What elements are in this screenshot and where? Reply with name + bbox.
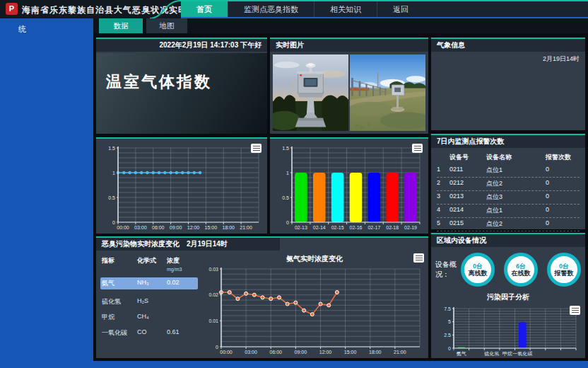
svg-text:一氧化碳: 一氧化碳 [512,351,532,357]
tab-data[interactable]: 数据 [99,18,143,33]
odor-panel-time: 2月19日14时 [187,238,228,251]
nav-item-knowledge[interactable]: 相关知识 [314,1,377,17]
site-photo-left [273,54,348,131]
alarm-count-badge: 0台 报警数 [547,253,581,287]
svg-text:02-15: 02-15 [331,225,344,230]
site-photo-right [350,54,425,131]
nh3-line-chart[interactable]: 00.010.020.0300:0003:0006:0009:0012:0015… [202,264,425,356]
svg-text:21:00: 21:00 [394,350,406,355]
svg-text:02-18: 02-18 [386,225,399,230]
nav-item-back[interactable]: 返回 [377,1,424,17]
svg-text:00:00: 00:00 [117,225,129,230]
svg-text:7.5: 7.5 [444,306,451,311]
app-logo-icon: P [6,3,18,15]
alarm-table: 设备号 设备名称 报警次数 10211 点位10 20212 点位20 3021… [431,148,585,245]
datetime-text: 2022年2月19日 14:17:03 下午好 [96,39,267,52]
nh3-chart-title: 氨气实时浓度变化 [201,254,428,264]
svg-text:02-16: 02-16 [350,225,363,230]
svg-text:03:00: 03:00 [134,225,147,230]
svg-text:1.5: 1.5 [108,146,115,151]
svg-text:21:00: 21:00 [240,225,252,230]
weather-time: 2月19日14时 [431,52,585,64]
table-row: 硫化氢 H₂S [102,297,198,306]
svg-text:02-13: 02-13 [295,225,307,230]
table-row: 10211 点位10 [437,164,580,178]
nav-item-odor-index[interactable]: 监测点恶臭指数 [228,1,314,17]
svg-text:12:00: 12:00 [187,225,200,230]
greenhouse-index-line-chart[interactable]: 00.511.500:0003:0006:0009:0012:0015:0018… [99,143,264,231]
svg-text:12:00: 12:00 [319,350,332,355]
greenhouse-index-chart-panel: 00.511.500:0003:0006:0009:0012:0015:0018… [96,137,267,234]
table-row: 20212 点位20 [437,178,580,191]
table-row: 甲烷 CH₄ [102,313,198,322]
table-row: 30213 点位30 [437,191,580,205]
photos-panel-title: 实时图片 [270,39,428,52]
svg-text:2.5: 2.5 [444,333,451,338]
svg-text:1.5: 1.5 [282,146,289,151]
alarm-panel-title: 7日内监测点报警次数 [431,135,585,148]
svg-text:0: 0 [112,220,115,225]
svg-text:02-17: 02-17 [368,225,380,230]
sidebar-title-overflow: 统 [0,18,93,35]
svg-text:0.5: 0.5 [282,195,289,200]
svg-text:5: 5 [448,319,451,324]
weather-panel: 气象信息 2月19日14时 [431,38,585,130]
odor-table: 指标 化学式 浓度mg/m3 氨气 NH₃ 0.02 硫化氢 H₂S 甲烷 CH… [96,252,201,358]
odor-table-header: 指标 化学式 浓度mg/m3 [102,256,198,272]
device-overview: 设备概况： 0台 离线数 6台 在线数 0台 报警数 [431,247,585,288]
svg-text:0.03: 0.03 [208,267,218,272]
devices-panel: 区域内设备情况 设备概况： 0台 离线数 6台 在线数 0台 报警数 污染因子分… [431,233,585,358]
pollution-factor-bar-chart[interactable]: 02.557.5氨气硫化氢甲烷一氧化碳 [435,304,582,357]
page-headline: 温室气体指数 [106,71,212,93]
tab-map[interactable]: 地图 [146,18,187,33]
svg-text:硫化氢: 硫化氢 [484,351,500,357]
svg-text:15:00: 15:00 [344,350,357,355]
svg-text:0: 0 [286,220,289,225]
svg-text:06:00: 06:00 [269,350,282,355]
svg-text:18:00: 18:00 [369,350,382,355]
nav-item-home[interactable]: 首页 [181,1,228,17]
svg-text:0.01: 0.01 [208,318,218,323]
odor-panel: 恶臭污染物实时浓度变化 2月19日14时 指标 化学式 浓度mg/m3 氨气 N… [96,236,428,358]
alarm-table-panel: 7日内监测点报警次数 设备号 设备名称 报警次数 10211 点位10 2021… [431,134,585,229]
table-row: 氨气 NH₃ 0.02 [100,277,198,289]
svg-text:0.5: 0.5 [108,195,115,200]
greeting-body: 温室气体指数 [96,53,267,134]
svg-text:02-14: 02-14 [313,225,326,230]
daily-index-bar-chart[interactable]: 00.511.502-1302-1402-1502-1602-1702-1802… [273,143,425,231]
svg-text:1: 1 [112,171,115,176]
alarm-table-header: 设备号 设备名称 报警次数 [437,151,580,164]
weather-panel-title: 气象信息 [431,39,585,52]
svg-text:06:00: 06:00 [152,225,165,230]
device-overview-label: 设备概况： [435,260,461,280]
chart-menu-icon[interactable] [570,306,580,315]
svg-text:1: 1 [286,171,289,176]
daily-index-chart-panel: 00.511.502-1302-1402-1502-1602-1702-1802… [270,137,428,234]
greeting-panel: 2022年2月19日 14:17:03 下午好 温室气体指数 [96,38,267,134]
main-nav: 首页 监测点恶臭指数 相关知识 返回 [181,0,588,18]
photos-panel: 实时图片 [270,38,428,134]
offline-count-badge: 0台 离线数 [461,253,495,287]
online-count-badge: 6台 在线数 [504,253,538,287]
svg-text:00:00: 00:00 [220,350,233,355]
chart-menu-icon[interactable] [412,144,423,153]
view-tabs: 数据 地图 [93,18,588,33]
svg-text:09:00: 09:00 [170,225,182,230]
svg-text:09:00: 09:00 [295,350,307,355]
svg-text:15:00: 15:00 [205,225,218,230]
svg-text:02-19: 02-19 [404,225,417,230]
odor-panel-title: 恶臭污染物实时浓度变化 [102,238,180,251]
left-sidebar: 统 [0,18,93,368]
svg-text:0: 0 [448,346,451,351]
svg-text:03:00: 03:00 [245,350,257,355]
svg-text:18:00: 18:00 [222,225,235,230]
chart-menu-icon[interactable] [251,144,261,153]
top-bar: P 海南省乐东黎族自治县大气恶臭状况实时发布系 首页 监测点恶臭指数 相关知识 … [0,0,588,18]
nh3-chart-area: 氨气实时浓度变化 00.010.020.0300:0003:0006:0009:… [201,252,428,358]
pollution-factor-chart-area: 02.557.5氨气硫化氢甲烷一氧化碳 [435,304,582,357]
devices-panel-title: 区域内设备情况 [431,234,585,247]
svg-text:氨气: 氨气 [457,351,466,356]
svg-text:甲烷: 甲烷 [502,351,512,357]
table-row: 40214 点位10 [437,205,580,218]
chart-menu-icon[interactable] [413,253,424,263]
